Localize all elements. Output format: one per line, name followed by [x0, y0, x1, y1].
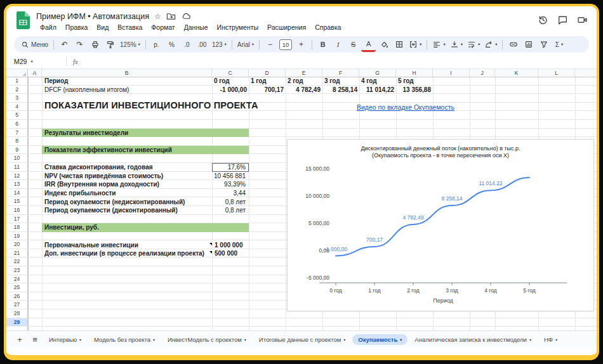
dcf-chart[interactable]: Дисконтированный денежный поток (накопит…	[287, 139, 594, 311]
menu-item[interactable]: Инструменты	[213, 23, 262, 32]
comments-icon[interactable]	[557, 15, 568, 28]
sheets-logo-icon[interactable]	[17, 11, 30, 32]
investment-row[interactable]: Доп. инвестиции (в процессе реализации п…	[42, 249, 249, 258]
spreadsheet-grid[interactable]: ABCDEFGHIJKL 123456789101112131415161718…	[6, 69, 597, 330]
increase-decimal-button[interactable]: .00	[195, 38, 209, 51]
star-icon[interactable]: ☆	[154, 12, 161, 21]
cell-g2[interactable]: 11 014,22	[359, 86, 396, 93]
borders-button[interactable]	[392, 38, 406, 51]
menu-item[interactable]: Вид	[93, 23, 112, 32]
version-history-icon[interactable]	[538, 15, 548, 28]
redo-button[interactable]: ↷	[72, 38, 87, 51]
text-color-button[interactable]: A	[361, 37, 376, 52]
cell-f1[interactable]: 3 год	[322, 77, 359, 84]
chevron-down-icon[interactable]: ▾	[529, 337, 531, 342]
italic-button[interactable]: I	[331, 38, 345, 51]
text-rotate-button[interactable]: ▾	[482, 38, 499, 51]
undo-button[interactable]: ↶	[57, 38, 72, 51]
column-header-J[interactable]: J	[470, 69, 495, 77]
sheet-tab[interactable]: ИнвестМодель с проектом ▾	[162, 334, 252, 345]
merge-cells-button[interactable]: ▾	[407, 38, 423, 51]
currency-format-button[interactable]: р.	[149, 38, 164, 51]
paint-format-button[interactable]	[103, 38, 117, 51]
insert-chart-button[interactable]	[521, 38, 536, 51]
cell-h2[interactable]: 13 356,88	[396, 86, 433, 93]
metric-value[interactable]: 3,44	[212, 190, 249, 197]
investment-row[interactable]: Первоначальные инвестиции 1 000 000	[42, 240, 249, 249]
select-all-corner[interactable]	[6, 69, 28, 77]
cell-f2[interactable]: 8 258,14	[322, 86, 359, 93]
fill-color-button[interactable]	[376, 38, 391, 51]
chevron-down-icon[interactable]: ▾	[400, 337, 402, 342]
menu-item[interactable]: Файл	[36, 23, 60, 32]
sheet-tab[interactable]: Модель без проекта ▾	[88, 334, 161, 345]
chevron-down-icon[interactable]: ▾	[555, 337, 557, 342]
column-header-F[interactable]: F	[322, 69, 359, 77]
cell-d2[interactable]: 700,17	[249, 86, 286, 93]
name-box[interactable]: M29 ▾	[14, 58, 63, 65]
meet-camera-icon[interactable]	[577, 15, 588, 28]
create-filter-button[interactable]	[536, 38, 551, 51]
column-header-E[interactable]: E	[286, 69, 322, 77]
section-investments[interactable]: Инвестиции, руб.	[42, 223, 249, 232]
metric-row[interactable]: Индекс прибыльности 3,44	[42, 189, 249, 198]
percent-format-button[interactable]: %	[164, 38, 179, 51]
functions-button[interactable]: Σ▾	[552, 38, 566, 51]
dfcf-row[interactable]: DFCF (накопленным итогом) -1 000,00 700,…	[42, 86, 433, 94]
investment-value[interactable]: 500 000	[212, 250, 237, 257]
horizontal-align-button[interactable]: ▾	[430, 38, 447, 51]
all-sheets-button[interactable]: ≡	[28, 335, 42, 344]
metric-value[interactable]: 93,39%	[212, 181, 249, 188]
chevron-down-icon[interactable]: ▾	[244, 337, 246, 342]
menu-item[interactable]: Правка	[62, 23, 91, 32]
vertical-align-button[interactable]: ▾	[448, 38, 465, 51]
column-header-A[interactable]: A	[28, 69, 42, 77]
move-folder-icon[interactable]	[166, 11, 176, 21]
zoom-select[interactable]: 125%▾	[118, 38, 142, 51]
cloud-status-icon[interactable]	[181, 11, 191, 21]
text-wrap-button[interactable]: ▾	[465, 38, 482, 51]
cell-e1[interactable]: 2 год	[286, 77, 322, 84]
column-header-H[interactable]: H	[396, 69, 433, 77]
column-header-I[interactable]: I	[433, 69, 470, 77]
menu-item[interactable]: Справка	[311, 23, 345, 32]
sheet-tab[interactable]: Итоговые данные с проектом ▾	[253, 334, 352, 345]
menu-item[interactable]: Формат	[147, 23, 178, 32]
investment-value[interactable]: 1 000 000	[212, 242, 243, 249]
period-row[interactable]: Период 0 год 1 год 2 год 3 год 4 год 5 г…	[42, 77, 433, 86]
metric-row[interactable]: Период окупаемости (дисконтированный) 0,…	[42, 206, 249, 215]
section-efficiency[interactable]: Показатели эффективности инвестиций	[42, 146, 249, 155]
chevron-down-icon[interactable]: ▾	[343, 337, 345, 342]
column-header-L[interactable]: L	[538, 69, 575, 77]
doc-title[interactable]: Пример ИФМ • Автоматизация	[36, 12, 149, 21]
cell-c2[interactable]: -1 000,00	[212, 86, 249, 93]
column-header-C[interactable]: C	[212, 69, 249, 77]
print-button[interactable]	[88, 38, 102, 51]
insert-link-button[interactable]	[506, 38, 520, 51]
metric-row[interactable]: IRR (Внутренняя норма доходности) 93,39%	[42, 180, 249, 189]
sheet-tab[interactable]: Окупаемость ▾	[352, 334, 408, 345]
add-sheet-button[interactable]: +	[13, 335, 27, 344]
search-menus-button[interactable]: Меню	[19, 38, 50, 51]
sheet-tab[interactable]: Интервью ▾	[43, 334, 87, 345]
menu-item[interactable]: Вставка	[114, 23, 146, 32]
menu-item[interactable]: Расширения	[263, 23, 310, 32]
strikethrough-button[interactable]: S	[346, 38, 361, 51]
font-family-select[interactable]: Arial▾	[235, 38, 256, 51]
metric-row[interactable]: NPV (чистая приведённая стоимость) 10 45…	[42, 172, 249, 181]
cell-d1[interactable]: 1 год	[249, 77, 286, 84]
cell-g1[interactable]: 4 год	[359, 77, 396, 84]
cell-c1[interactable]: 0 год	[212, 77, 249, 84]
cell-h1[interactable]: 5 год	[396, 77, 433, 84]
cell-b1[interactable]: Период	[42, 77, 212, 84]
chevron-down-icon[interactable]: ▾	[153, 337, 155, 342]
decrease-decimal-button[interactable]: .0	[180, 38, 194, 51]
cell-e2[interactable]: 4 782,49	[286, 86, 322, 93]
metric-row[interactable]: Ставка дисконтирования, годовая 17,6%	[42, 163, 249, 172]
metric-value[interactable]: 17,6%	[212, 163, 249, 172]
column-header-D[interactable]: D	[249, 69, 286, 77]
sheet-tab[interactable]: НФ ▾	[538, 334, 563, 345]
chevron-down-icon[interactable]: ▾	[79, 337, 81, 342]
decrease-font-size-button[interactable]: −	[263, 38, 277, 51]
cell-b2[interactable]: DFCF (накопленным итогом)	[42, 86, 212, 93]
